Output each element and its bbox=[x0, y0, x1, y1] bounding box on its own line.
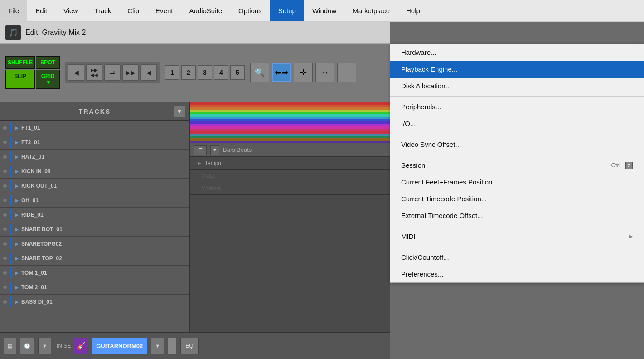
dropdown-item-click/countoff...[interactable]: Click/Countoff... bbox=[390, 249, 644, 266]
menu-options[interactable]: Options bbox=[230, 0, 270, 21]
track-active-dot bbox=[3, 242, 7, 246]
main-area: 🎵 Edit: Graviity Mix 2 SHUFFLE SPOT SLIP… bbox=[0, 22, 644, 359]
clock-btn[interactable]: 🕐 bbox=[20, 338, 34, 354]
magnify-tool-btn[interactable]: 🔍 bbox=[250, 63, 269, 82]
tracks-dropdown-btn[interactable]: ▼ bbox=[173, 105, 186, 118]
track-active-dot bbox=[3, 213, 7, 217]
track-row[interactable]: ▶ FT2_01 bbox=[0, 135, 189, 150]
track-color-bar bbox=[10, 296, 12, 307]
menu-help[interactable]: Help bbox=[398, 0, 428, 21]
menu-clip[interactable]: Clip bbox=[119, 0, 147, 21]
grid-mode-btn[interactable]: GRID ▼ bbox=[36, 70, 60, 89]
spot-mode-btn[interactable]: SPOT bbox=[36, 56, 60, 69]
track-color-bar bbox=[10, 238, 12, 249]
menu-track[interactable]: Track bbox=[86, 0, 119, 21]
track-row[interactable]: ▶ KICK IN_08 bbox=[0, 164, 189, 179]
track-active-dot bbox=[3, 227, 7, 232]
track-row[interactable]: ▶ KICK OUT_01 bbox=[0, 179, 189, 193]
track-expand-arrow: ▶ bbox=[15, 212, 19, 218]
num-btn-5[interactable]: 5 bbox=[230, 65, 245, 80]
track-expand-arrow: ▶ bbox=[15, 183, 19, 189]
num-btn-4[interactable]: 4 bbox=[214, 65, 228, 80]
dropdown-item-current-timecode-position...[interactable]: Current Timecode Position... bbox=[390, 190, 644, 207]
guitar-dropdown-btn[interactable]: ▼ bbox=[151, 338, 164, 354]
dropdown-item-preferences...[interactable]: Preferences... bbox=[390, 266, 644, 282]
eq-button[interactable]: EQ bbox=[180, 338, 198, 354]
track-row[interactable]: ▶ FT1_01 bbox=[0, 121, 189, 135]
dropdown-item-disk-allocation...[interactable]: Disk Allocation... bbox=[390, 78, 644, 94]
trim-tool-btn[interactable]: ↔ bbox=[315, 63, 334, 82]
dropdown-item-video-sync-offset...[interactable]: Video Sync Offset... bbox=[390, 136, 644, 153]
track-row[interactable]: ▶ TOM 2_01 bbox=[0, 280, 189, 295]
ruler-menu-btn[interactable]: ☰ bbox=[194, 145, 207, 155]
app-icon: 🎵 bbox=[5, 25, 21, 40]
dropdown-item-session[interactable]: SessionCtrl+ 2 bbox=[390, 157, 644, 174]
dropdown-item-label: External Timecode Offset... bbox=[401, 212, 483, 219]
track-active-dot bbox=[3, 140, 7, 145]
funnel-btn[interactable]: ▼ bbox=[38, 338, 51, 354]
menu-window[interactable]: Window bbox=[304, 0, 344, 21]
selector-tool-btn[interactable]: ⬅➡ bbox=[272, 63, 291, 82]
track-active-dot bbox=[3, 184, 7, 188]
dropdown-item-peripherals...[interactable]: Peripherals... bbox=[390, 98, 644, 115]
dropdown-item-playback-engine...[interactable]: Playback Engine... bbox=[390, 61, 644, 78]
track-row[interactable]: ▶ SNARE BOT_01 bbox=[0, 222, 189, 237]
shuffle-mode-btn[interactable]: SHUFFLE bbox=[5, 56, 35, 69]
slip-mode-btn[interactable]: SLIP bbox=[5, 70, 35, 89]
guitar-fader-btn[interactable] bbox=[168, 338, 177, 354]
track-color-bar bbox=[10, 253, 12, 264]
menu-edit[interactable]: Edit bbox=[27, 0, 55, 21]
menu-event[interactable]: Event bbox=[147, 0, 181, 21]
track-expand-arrow: ▶ bbox=[15, 139, 19, 146]
menu-marketplace[interactable]: Marketplace bbox=[344, 0, 398, 21]
track-row[interactable]: ▶ BASS DI_01 bbox=[0, 295, 189, 309]
track-name-label: OH_01 bbox=[21, 197, 39, 204]
menu-file[interactable]: File bbox=[0, 0, 27, 21]
track-expand-arrow: ▶ bbox=[15, 255, 19, 262]
back-btn[interactable]: ◀ bbox=[140, 64, 157, 81]
menu-audiosuite[interactable]: AudioSuite bbox=[181, 0, 230, 21]
ruler-dropdown-btn[interactable]: ▼ bbox=[210, 145, 219, 155]
track-row[interactable]: ▶ RIDE_01 bbox=[0, 208, 189, 222]
waveform-area bbox=[190, 102, 390, 143]
dropdown-item-external-timecode-offset...[interactable]: External Timecode Offset... bbox=[390, 207, 644, 224]
grid-dropdown-icon: ▼ bbox=[46, 79, 51, 86]
waveform-stripe bbox=[190, 141, 390, 143]
tracks-panel: TRACKS ▼ ▶ FT1_01 ▶ FT2_01 ▶ HATZ_01 ▶ K… bbox=[0, 102, 190, 359]
meter-label: Meter bbox=[201, 173, 215, 179]
num-btn-1[interactable]: 1 bbox=[165, 65, 179, 80]
dropdown-item-label: Peripherals... bbox=[401, 103, 441, 111]
window-title: Edit: Graviity Mix 2 bbox=[25, 29, 86, 37]
dropdown-item-hardware...[interactable]: Hardware... bbox=[390, 44, 644, 61]
extra-tool-btn[interactable]: →| bbox=[337, 63, 356, 82]
loop-btn[interactable]: ⇄ bbox=[104, 64, 121, 81]
dropdown-item-current-feet+frames-position...[interactable]: Current Feet+Frames Position... bbox=[390, 174, 644, 190]
waveform-color-band bbox=[190, 102, 390, 143]
track-color-bar bbox=[10, 180, 12, 191]
track-active-dot bbox=[3, 126, 7, 130]
num-btn-2[interactable]: 2 bbox=[181, 65, 196, 80]
waveform-view-btn[interactable]: ▦ bbox=[4, 338, 16, 354]
tracks-timeline: TRACKS ▼ ▶ FT1_01 ▶ FT2_01 ▶ HATZ_01 ▶ K… bbox=[0, 102, 390, 359]
track-row[interactable]: ▶ SNARE TOP_02 bbox=[0, 251, 189, 266]
track-row[interactable]: ▶ SNARETOPG02 bbox=[0, 237, 189, 251]
dropdown-item-midi[interactable]: MIDI▶ bbox=[390, 228, 644, 245]
track-expand-arrow: ▶ bbox=[15, 241, 19, 247]
track-active-dot bbox=[3, 300, 7, 304]
rewind-btn[interactable]: ◀ bbox=[68, 64, 84, 81]
num-btn-3[interactable]: 3 bbox=[198, 65, 212, 80]
purple-instrument-strip[interactable]: 🎸 bbox=[74, 338, 88, 354]
dropdown-item-label: Hardware... bbox=[401, 49, 436, 56]
forward-btn[interactable]: ▶▶ bbox=[122, 64, 139, 81]
track-row[interactable]: ▶ HATZ_01 bbox=[0, 150, 189, 164]
track-row[interactable]: ▶ TOM 1_01 bbox=[0, 266, 189, 280]
menu-setup[interactable]: Setup bbox=[270, 0, 304, 21]
dropdown-item-label: Current Feet+Frames Position... bbox=[401, 178, 498, 186]
fast-forward-btn[interactable]: ▶▶◀◀ bbox=[86, 64, 102, 81]
track-row[interactable]: ▶ OH_01 bbox=[0, 193, 189, 208]
guitar-track-label[interactable]: GUITARNORM02 bbox=[92, 338, 147, 354]
menu-view[interactable]: View bbox=[55, 0, 86, 21]
dropdown-item-i/o...[interactable]: I/O... bbox=[390, 115, 644, 132]
move-tool-btn[interactable]: ✛ bbox=[294, 63, 313, 82]
dropdown-submenu-arrow: ▶ bbox=[629, 233, 633, 239]
